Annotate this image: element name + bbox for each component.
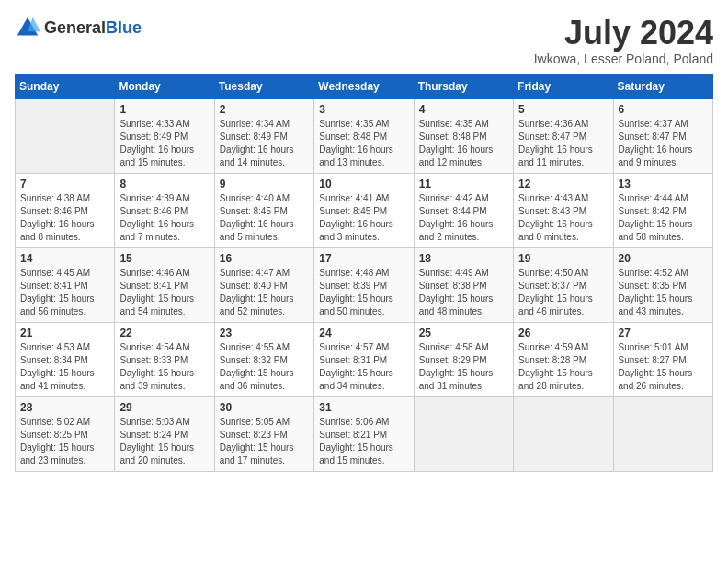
- day-info: Sunrise: 5:05 AMSunset: 8:23 PMDaylight:…: [220, 416, 309, 467]
- day-info: Sunrise: 4:44 AMSunset: 8:42 PMDaylight:…: [619, 192, 708, 244]
- day-number: 15: [119, 252, 209, 265]
- day-info: Sunrise: 4:50 AMSunset: 8:37 PMDaylight:…: [518, 267, 608, 318]
- day-header-saturday: Saturday: [613, 74, 712, 98]
- calendar-cell: 9Sunrise: 4:40 AMSunset: 8:45 PMDaylight…: [214, 173, 313, 247]
- day-number: 25: [419, 327, 508, 339]
- day-number: 4: [419, 103, 508, 116]
- day-info: Sunrise: 4:55 AMSunset: 8:32 PMDaylight:…: [220, 341, 309, 393]
- day-info: Sunrise: 4:37 AMSunset: 8:47 PMDaylight:…: [619, 118, 708, 169]
- day-number: 26: [518, 327, 608, 339]
- day-number: 14: [20, 252, 109, 265]
- logo-blue-text: Blue: [106, 18, 142, 37]
- calendar-cell: [613, 396, 712, 471]
- day-number: 31: [319, 401, 408, 414]
- day-number: 1: [119, 103, 209, 116]
- calendar-cell: 30Sunrise: 5:05 AMSunset: 8:23 PMDayligh…: [214, 396, 313, 471]
- calendar-cell: 22Sunrise: 4:54 AMSunset: 8:33 PMDayligh…: [115, 322, 214, 396]
- day-number: 22: [119, 327, 209, 339]
- calendar-cell: 27Sunrise: 5:01 AMSunset: 8:27 PMDayligh…: [613, 322, 712, 396]
- month-title: July 2024: [534, 15, 713, 52]
- day-info: Sunrise: 4:59 AMSunset: 8:28 PMDaylight:…: [518, 341, 608, 393]
- calendar-cell: 1Sunrise: 4:33 AMSunset: 8:49 PMDaylight…: [115, 98, 214, 173]
- calendar-week-row: 28Sunrise: 5:02 AMSunset: 8:25 PMDayligh…: [16, 396, 713, 471]
- calendar-week-row: 1Sunrise: 4:33 AMSunset: 8:49 PMDaylight…: [16, 98, 713, 173]
- calendar-cell: 7Sunrise: 4:38 AMSunset: 8:46 PMDaylight…: [16, 173, 115, 247]
- day-number: 27: [619, 327, 708, 339]
- day-info: Sunrise: 5:03 AMSunset: 8:24 PMDaylight:…: [119, 416, 209, 467]
- day-number: 30: [220, 401, 309, 414]
- calendar-cell: 12Sunrise: 4:43 AMSunset: 8:43 PMDayligh…: [514, 173, 613, 247]
- day-info: Sunrise: 4:38 AMSunset: 8:46 PMDaylight:…: [20, 192, 109, 244]
- day-info: Sunrise: 5:06 AMSunset: 8:21 PMDaylight:…: [319, 416, 408, 467]
- day-number: 20: [619, 252, 708, 265]
- day-number: 19: [518, 252, 608, 265]
- logo-icon: [15, 15, 40, 40]
- day-info: Sunrise: 4:54 AMSunset: 8:33 PMDaylight:…: [119, 341, 209, 393]
- calendar-cell: [514, 396, 613, 471]
- day-header-wednesday: Wednesday: [314, 74, 414, 98]
- day-number: 12: [518, 178, 608, 190]
- calendar-cell: 4Sunrise: 4:35 AMSunset: 8:48 PMDaylight…: [414, 98, 513, 173]
- calendar-cell: 17Sunrise: 4:48 AMSunset: 8:39 PMDayligh…: [314, 247, 414, 322]
- location-text: Iwkowa, Lesser Poland, Poland: [534, 52, 713, 66]
- day-header-thursday: Thursday: [414, 74, 513, 98]
- day-info: Sunrise: 4:41 AMSunset: 8:45 PMDaylight:…: [319, 192, 408, 244]
- title-block: July 2024 Iwkowa, Lesser Poland, Poland: [534, 15, 713, 66]
- day-number: 28: [20, 401, 109, 414]
- day-number: 11: [419, 178, 508, 190]
- day-number: 8: [119, 178, 209, 190]
- calendar-cell: 5Sunrise: 4:36 AMSunset: 8:47 PMDaylight…: [514, 98, 613, 173]
- calendar-cell: 15Sunrise: 4:46 AMSunset: 8:41 PMDayligh…: [115, 247, 214, 322]
- calendar-cell: 11Sunrise: 4:42 AMSunset: 8:44 PMDayligh…: [414, 173, 513, 247]
- day-number: 2: [220, 103, 309, 116]
- day-info: Sunrise: 5:02 AMSunset: 8:25 PMDaylight:…: [20, 416, 109, 467]
- day-number: 6: [619, 103, 708, 116]
- calendar-cell: 18Sunrise: 4:49 AMSunset: 8:38 PMDayligh…: [414, 247, 513, 322]
- calendar-cell: 23Sunrise: 4:55 AMSunset: 8:32 PMDayligh…: [214, 322, 313, 396]
- day-info: Sunrise: 4:49 AMSunset: 8:38 PMDaylight:…: [419, 267, 508, 318]
- calendar-cell: 16Sunrise: 4:47 AMSunset: 8:40 PMDayligh…: [214, 247, 313, 322]
- day-info: Sunrise: 4:58 AMSunset: 8:29 PMDaylight:…: [419, 341, 508, 393]
- day-info: Sunrise: 4:46 AMSunset: 8:41 PMDaylight:…: [119, 267, 209, 318]
- calendar-week-row: 14Sunrise: 4:45 AMSunset: 8:41 PMDayligh…: [16, 247, 713, 322]
- day-info: Sunrise: 4:53 AMSunset: 8:34 PMDaylight:…: [20, 341, 109, 393]
- day-number: 13: [619, 178, 708, 190]
- logo-general-text: General: [44, 18, 106, 37]
- calendar-cell: 29Sunrise: 5:03 AMSunset: 8:24 PMDayligh…: [115, 396, 214, 471]
- day-number: 10: [319, 178, 408, 190]
- calendar-cell: 6Sunrise: 4:37 AMSunset: 8:47 PMDaylight…: [613, 98, 712, 173]
- day-number: 21: [20, 327, 109, 339]
- calendar-cell: 28Sunrise: 5:02 AMSunset: 8:25 PMDayligh…: [16, 396, 115, 471]
- day-header-friday: Friday: [514, 74, 613, 98]
- page-header: GeneralBlue July 2024 Iwkowa, Lesser Pol…: [15, 15, 713, 66]
- calendar-cell: 14Sunrise: 4:45 AMSunset: 8:41 PMDayligh…: [16, 247, 115, 322]
- day-info: Sunrise: 4:52 AMSunset: 8:35 PMDaylight:…: [619, 267, 708, 318]
- calendar-cell: 13Sunrise: 4:44 AMSunset: 8:42 PMDayligh…: [613, 173, 712, 247]
- day-number: 7: [20, 178, 109, 190]
- day-info: Sunrise: 4:43 AMSunset: 8:43 PMDaylight:…: [518, 192, 608, 244]
- day-header-tuesday: Tuesday: [214, 74, 313, 98]
- day-info: Sunrise: 4:35 AMSunset: 8:48 PMDaylight:…: [419, 118, 508, 169]
- day-info: Sunrise: 4:33 AMSunset: 8:49 PMDaylight:…: [119, 118, 209, 169]
- calendar-cell: 8Sunrise: 4:39 AMSunset: 8:46 PMDaylight…: [115, 173, 214, 247]
- day-info: Sunrise: 4:45 AMSunset: 8:41 PMDaylight:…: [20, 267, 109, 318]
- day-info: Sunrise: 4:39 AMSunset: 8:46 PMDaylight:…: [119, 192, 209, 244]
- day-number: 24: [319, 327, 408, 339]
- day-info: Sunrise: 5:01 AMSunset: 8:27 PMDaylight:…: [619, 341, 708, 393]
- day-info: Sunrise: 4:35 AMSunset: 8:48 PMDaylight:…: [319, 118, 408, 169]
- day-info: Sunrise: 4:42 AMSunset: 8:44 PMDaylight:…: [419, 192, 508, 244]
- calendar-cell: 19Sunrise: 4:50 AMSunset: 8:37 PMDayligh…: [514, 247, 613, 322]
- logo: GeneralBlue: [15, 15, 142, 40]
- day-info: Sunrise: 4:34 AMSunset: 8:49 PMDaylight:…: [220, 118, 309, 169]
- day-number: 9: [220, 178, 309, 190]
- calendar-table: SundayMondayTuesdayWednesdayThursdayFrid…: [15, 74, 713, 472]
- day-number: 29: [119, 401, 209, 414]
- day-number: 3: [319, 103, 408, 116]
- calendar-cell: 20Sunrise: 4:52 AMSunset: 8:35 PMDayligh…: [613, 247, 712, 322]
- calendar-cell: 25Sunrise: 4:58 AMSunset: 8:29 PMDayligh…: [414, 322, 513, 396]
- calendar-cell: 31Sunrise: 5:06 AMSunset: 8:21 PMDayligh…: [314, 396, 414, 471]
- calendar-cell: 3Sunrise: 4:35 AMSunset: 8:48 PMDaylight…: [314, 98, 414, 173]
- calendar-cell: 21Sunrise: 4:53 AMSunset: 8:34 PMDayligh…: [16, 322, 115, 396]
- day-header-monday: Monday: [115, 74, 214, 98]
- day-number: 18: [419, 252, 508, 265]
